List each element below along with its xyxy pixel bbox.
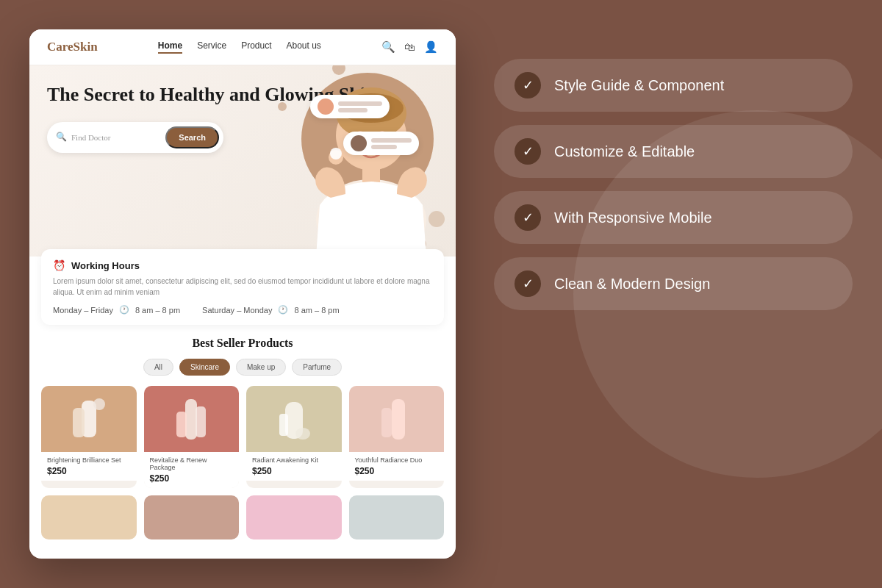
cart-icon[interactable]: 🛍 <box>404 41 415 54</box>
checkmark-icon-2: ✓ <box>523 143 534 159</box>
product-name-4: Youthful Radiance Duo <box>355 456 439 464</box>
main-container: CareSkin Home Service Product About us 🔍… <box>15 15 867 573</box>
working-hours-description: Lorem ipsum dolor sit amet, consectetur … <box>53 276 432 298</box>
time-icon-2: 🕐 <box>278 305 288 315</box>
chat-bar-1 <box>338 101 382 106</box>
product-name-3: Radiant Awakening Kit <box>252 456 336 464</box>
svg-rect-19 <box>381 408 392 437</box>
product-card-1[interactable]: Brightening Brilliance Set $250 <box>41 386 137 488</box>
svg-rect-18 <box>392 399 405 440</box>
product-info-1: Brightening Brilliance Set $250 <box>41 452 137 481</box>
products-grid: Brightening Brilliance Set $250 Re <box>41 386 444 488</box>
svg-rect-10 <box>73 408 85 437</box>
product-bottom-2 <box>144 495 240 539</box>
product-name-2: Revitalize & Renew Package <box>150 456 234 471</box>
brand-logo: CareSkin <box>47 40 98 54</box>
product-card-3[interactable]: Radiant Awakening Kit $250 <box>246 386 342 488</box>
nav-links: Home Service Product About us <box>158 40 321 54</box>
feature-check-2: ✓ <box>514 138 541 165</box>
svg-point-11 <box>93 398 105 410</box>
schedule-weekday: Monday – Friday 🕐 8 am – 8 pm <box>53 305 180 315</box>
nav-icons: 🔍 🛍 👤 <box>381 40 438 54</box>
svg-rect-12 <box>185 399 197 440</box>
feature-check-1: ✓ <box>514 72 541 98</box>
product-price-1: $250 <box>47 466 131 476</box>
nav-link-home[interactable]: Home <box>158 40 182 54</box>
time-icon-1: 🕐 <box>119 305 129 315</box>
clock-icon: ⏰ <box>53 259 65 271</box>
filter-skincare[interactable]: Skincare <box>179 359 230 376</box>
product-image-4 <box>349 386 445 452</box>
nav-link-service[interactable]: Service <box>197 40 226 54</box>
chat-avatar-1 <box>318 98 334 115</box>
product-bottom-3 <box>246 495 342 539</box>
chat-bubble-2 <box>343 132 419 155</box>
hero-search-bar[interactable]: 🔍 Find Doctor Search <box>47 122 223 153</box>
best-seller-title: Best Seller Products <box>41 337 444 350</box>
product-price-2: $250 <box>150 473 234 484</box>
working-hours-section: ⏰ Working Hours Lorem ipsum dolor sit am… <box>41 249 444 325</box>
svg-point-8 <box>330 148 342 159</box>
checkmark-icon-1: ✓ <box>523 77 534 93</box>
feature-check-3: ✓ <box>514 204 541 231</box>
product-card-2[interactable]: Revitalize & Renew Package $250 <box>144 386 240 488</box>
product-name-1: Brightening Brilliance Set <box>47 456 131 464</box>
features-panel: ✓ Style Guide & Component ✓ Customize & … <box>479 29 853 340</box>
product-image-3 <box>246 386 342 452</box>
product-price-3: $250 <box>252 466 336 476</box>
checkmark-icon-4: ✓ <box>523 276 534 292</box>
product-card-4[interactable]: Youthful Radiance Duo $250 <box>349 386 445 488</box>
feature-customize[interactable]: ✓ Customize & Editable <box>494 125 853 178</box>
filter-all[interactable]: All <box>143 359 173 376</box>
filter-makeup[interactable]: Make up <box>236 359 286 376</box>
search-icon[interactable]: 🔍 <box>381 40 395 54</box>
product-image-1 <box>41 386 137 452</box>
hero-person-image <box>294 65 448 257</box>
product-info-4: Youthful Radiance Duo $250 <box>349 452 445 481</box>
product-image-2 <box>144 386 240 452</box>
nav-link-product[interactable]: Product <box>241 40 271 54</box>
svg-rect-14 <box>196 406 206 437</box>
svg-point-17 <box>295 428 310 440</box>
product-bottom-1 <box>41 495 137 539</box>
chat-bar-4 <box>371 145 397 149</box>
svg-rect-13 <box>176 412 187 437</box>
best-seller-section: Best Seller Products All Skincare Make u… <box>29 325 456 488</box>
feature-label-2: Customize & Editable <box>554 143 695 160</box>
schedule-weekend: Saturday – Monday 🕐 8 am – 8 pm <box>202 305 340 315</box>
feature-label-3: With Responsive Mobile <box>554 209 712 226</box>
search-button[interactable]: Search <box>165 126 219 148</box>
product-bottom-4 <box>349 495 445 539</box>
chat-bubble-1 <box>310 95 390 118</box>
product-info-2: Revitalize & Renew Package $250 <box>144 452 240 488</box>
search-input-icon: 🔍 <box>56 132 67 143</box>
feature-modern-design[interactable]: ✓ Clean & Modern Design <box>494 257 853 310</box>
chat-avatar-2 <box>351 135 367 151</box>
feature-label-4: Clean & Modern Design <box>554 276 710 293</box>
filter-tabs: All Skincare Make up Parfume <box>41 359 444 376</box>
working-hours-schedule: Monday – Friday 🕐 8 am – 8 pm Saturday –… <box>53 305 432 315</box>
feature-style-guide[interactable]: ✓ Style Guide & Component <box>494 59 853 112</box>
chat-bar-2 <box>338 108 368 112</box>
chat-bar-3 <box>371 138 412 143</box>
working-hours-title: ⏰ Working Hours <box>53 259 432 271</box>
feature-check-4: ✓ <box>514 270 541 297</box>
user-icon[interactable]: 👤 <box>424 40 438 54</box>
products-bottom-preview <box>29 488 456 539</box>
search-input-placeholder[interactable]: Find Doctor <box>71 133 165 142</box>
navbar: CareSkin Home Service Product About us 🔍… <box>29 29 456 65</box>
filter-parfume[interactable]: Parfume <box>292 359 342 376</box>
feature-responsive[interactable]: ✓ With Responsive Mobile <box>494 191 853 244</box>
hero-image-area <box>279 65 448 257</box>
nav-link-about[interactable]: About us <box>287 40 321 54</box>
svg-rect-16 <box>279 414 288 436</box>
hero-section: The Secret to Healthy and Glowing Skin 🔍… <box>29 65 456 257</box>
product-price-4: $250 <box>355 466 439 476</box>
website-mockup: CareSkin Home Service Product About us 🔍… <box>29 29 456 559</box>
checkmark-icon-3: ✓ <box>523 209 534 226</box>
product-info-3: Radiant Awakening Kit $250 <box>246 452 342 481</box>
feature-label-1: Style Guide & Component <box>554 77 724 94</box>
